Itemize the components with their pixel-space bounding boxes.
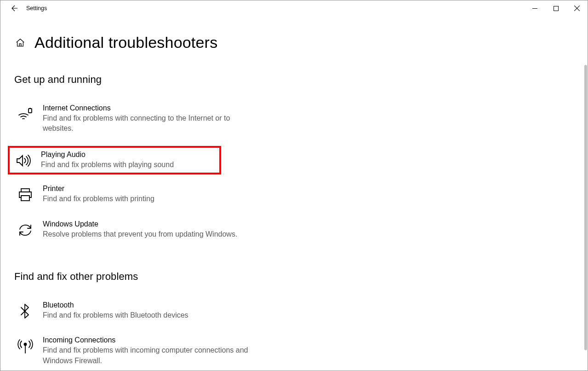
wifi-icon	[16, 105, 34, 123]
maximize-icon	[554, 6, 559, 11]
title-bar: Settings	[0, 0, 588, 16]
item-text: Printer Find and fix problems with print…	[43, 185, 261, 204]
home-icon	[15, 38, 25, 48]
close-icon	[574, 6, 580, 11]
item-text: Playing Audio Find and fix problems with…	[41, 151, 217, 170]
app-title: Settings	[26, 5, 47, 12]
item-desc: Find and fix problems with incoming comp…	[43, 345, 261, 366]
item-text: Bluetooth Find and fix problems with Blu…	[43, 301, 261, 320]
item-title: Bluetooth	[43, 301, 261, 309]
item-text: Internet Connections Find and fix proble…	[43, 104, 261, 134]
item-desc: Find and fix problems with Bluetooth dev…	[43, 310, 261, 320]
troubleshooter-playing-audio[interactable]: Playing Audio Find and fix problems with…	[8, 146, 221, 174]
scrollbar[interactable]	[584, 65, 587, 371]
content-area: Additional troubleshooters Get up and ru…	[0, 16, 588, 371]
troubleshooter-internet-connections[interactable]: Internet Connections Find and fix proble…	[14, 100, 263, 138]
item-title: Incoming Connections	[43, 336, 261, 344]
antenna-icon	[16, 337, 34, 355]
back-button[interactable]	[4, 0, 24, 16]
window-controls	[524, 0, 588, 16]
svg-rect-1	[554, 6, 558, 11]
item-title: Printer	[43, 185, 261, 193]
bluetooth-icon	[16, 302, 34, 320]
section-get-up-title: Get up and running	[14, 74, 574, 86]
item-title: Playing Audio	[41, 151, 217, 159]
printer-icon	[16, 186, 34, 204]
home-button[interactable]	[14, 37, 26, 49]
item-text: Incoming Connections Find and fix proble…	[43, 336, 261, 366]
speaker-icon	[14, 151, 33, 170]
scrollbar-thumb[interactable]	[584, 65, 587, 350]
item-desc: Find and fix problems with connecting to…	[43, 113, 261, 134]
item-title: Internet Connections	[43, 104, 261, 112]
troubleshooter-incoming-connections[interactable]: Incoming Connections Find and fix proble…	[14, 332, 263, 370]
troubleshooter-printer[interactable]: Printer Find and fix problems with print…	[14, 181, 263, 208]
item-desc: Resolve problems that prevent you from u…	[43, 229, 261, 239]
svg-rect-7	[21, 196, 29, 201]
sync-icon	[16, 221, 34, 239]
minimize-button[interactable]	[524, 0, 545, 16]
section-find-fix-title: Find and fix other problems	[14, 271, 574, 283]
close-button[interactable]	[566, 0, 588, 16]
maximize-button[interactable]	[545, 0, 566, 16]
item-title: Windows Update	[43, 220, 261, 228]
svg-rect-6	[21, 189, 29, 192]
svg-rect-4	[29, 109, 32, 113]
troubleshooter-bluetooth[interactable]: Bluetooth Find and fix problems with Blu…	[14, 297, 263, 324]
item-desc: Find and fix problems with printing	[43, 194, 261, 204]
section-find-fix: Find and fix other problems Bluetooth Fi…	[14, 271, 574, 370]
minimize-icon	[532, 6, 537, 11]
troubleshooter-windows-update[interactable]: Windows Update Resolve problems that pre…	[14, 216, 263, 243]
item-text: Windows Update Resolve problems that pre…	[43, 220, 261, 239]
item-desc: Find and fix problems with playing sound	[41, 160, 217, 170]
back-arrow-icon	[10, 4, 18, 12]
page-title: Additional troubleshooters	[34, 34, 217, 52]
page-header: Additional troubleshooters	[14, 34, 574, 52]
